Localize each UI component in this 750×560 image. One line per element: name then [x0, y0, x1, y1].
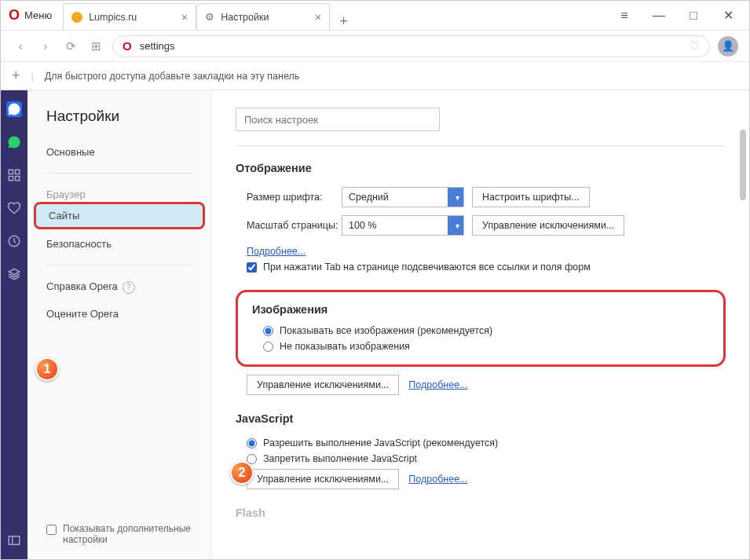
maximize-icon[interactable]: □: [677, 4, 710, 27]
tab-highlight-checkbox-row[interactable]: При нажатии Tab на странице подсвечивают…: [236, 262, 726, 273]
section-display-title: Отображение: [236, 162, 726, 174]
annotation-badge-1: 1: [35, 357, 59, 381]
sidebar-item-rate[interactable]: Оцените Opera: [27, 301, 211, 327]
url-text: settings: [140, 40, 175, 52]
whatsapp-icon[interactable]: [6, 134, 22, 150]
titlebar: O Меню Lumpics.ru × ⚙ Настройки × + ≡ — …: [1, 1, 749, 31]
scrollbar-thumb[interactable]: [740, 130, 746, 200]
sidebar-item-browser[interactable]: Браузер: [27, 181, 211, 200]
js-block-radio-row[interactable]: Запретить выполнение JavaScript: [236, 453, 726, 464]
close-tab-icon[interactable]: ×: [181, 10, 188, 24]
advanced-checkbox-input[interactable]: [46, 525, 57, 535]
minimize-icon[interactable]: —: [642, 4, 675, 27]
messenger-icon[interactable]: [6, 101, 22, 117]
add-bookmark-button[interactable]: +: [12, 68, 20, 84]
sidebar-toggle-icon[interactable]: [6, 533, 22, 548]
tab-strip: Lumpics.ru × ⚙ Настройки × +: [63, 1, 608, 30]
bookmark-heart-icon[interactable]: ♡: [689, 38, 700, 53]
svg-rect-0: [9, 170, 13, 174]
images-show-label: Показывать все изображения (рекомендуетс…: [280, 325, 492, 336]
content-scrollbar[interactable]: [740, 90, 746, 559]
images-more-link[interactable]: Подробнее...: [408, 379, 467, 390]
favicon-icon: [71, 12, 82, 23]
address-input[interactable]: O settings ♡: [112, 35, 710, 57]
svg-rect-2: [9, 177, 13, 181]
opera-icon: O: [123, 39, 132, 53]
tab-settings[interactable]: ⚙ Настройки ×: [196, 3, 330, 30]
gear-icon: ⚙: [205, 11, 214, 23]
extensions-icon[interactable]: [6, 266, 22, 282]
close-tab-icon[interactable]: ×: [314, 10, 321, 24]
images-actions-row: Управление исключениями... Подробнее...: [236, 375, 726, 395]
close-window-icon[interactable]: ✕: [712, 4, 745, 27]
profile-avatar[interactable]: 👤: [718, 36, 738, 57]
images-hide-radio-row[interactable]: Не показывать изображения: [252, 341, 709, 352]
speed-dial-icon[interactable]: [6, 167, 22, 183]
tab-title: Настройки: [221, 12, 269, 23]
annotation-badge-2: 2: [230, 461, 254, 485]
bookmarks-hint: Для быстрого доступа добавьте закладки н…: [45, 71, 300, 82]
images-show-radio-row[interactable]: Показывать все изображения (рекомендуетс…: [252, 325, 709, 336]
menu-button[interactable]: O Меню: [1, 1, 63, 30]
svg-rect-5: [9, 536, 20, 545]
font-size-row: Размер шрифта: Средний ▾ Настроить шрифт…: [236, 187, 726, 207]
separator: [46, 265, 192, 265]
display-more-link[interactable]: Подробнее...: [247, 246, 305, 257]
font-size-value: Средний: [349, 192, 389, 203]
back-button[interactable]: ‹: [12, 39, 29, 53]
svg-rect-3: [16, 177, 20, 181]
window-menu-icon[interactable]: ≡: [608, 4, 641, 27]
js-more-link[interactable]: Подробнее...: [408, 474, 467, 485]
chevron-down-icon: ▾: [455, 221, 459, 230]
chevron-down-icon: ▾: [455, 193, 459, 202]
settings-title: Настройки: [27, 108, 211, 139]
js-allow-radio-row[interactable]: Разрешить выполнение JavaScript (рекомен…: [236, 437, 726, 448]
new-tab-button[interactable]: +: [330, 13, 357, 30]
separator: |: [31, 71, 34, 82]
advanced-settings-checkbox[interactable]: Показывать дополнительные настройки: [46, 523, 211, 545]
menu-label: Меню: [24, 9, 52, 21]
advanced-label: Показывать дополнительные настройки: [63, 523, 211, 545]
js-exceptions-button[interactable]: Управление исключениями...: [247, 469, 399, 489]
main-body: Настройки Основные Браузер Сайты Безопас…: [1, 90, 749, 559]
forward-button[interactable]: ›: [37, 39, 54, 53]
history-icon[interactable]: [6, 233, 22, 249]
speed-dial-button[interactable]: ⊞: [87, 39, 104, 53]
tab-highlight-checkbox[interactable]: [247, 262, 257, 273]
window-controls: ≡ — □ ✕: [608, 4, 749, 27]
images-hide-radio[interactable]: [263, 342, 273, 352]
sidebar-item-help[interactable]: Справка Opera: [27, 273, 211, 301]
sidebar-item-sites[interactable]: Сайты: [34, 202, 205, 229]
address-bar-row: ‹ › ⟳ ⊞ O settings ♡ 👤: [1, 31, 749, 62]
zoom-exceptions-button[interactable]: Управление исключениями...: [472, 215, 624, 236]
bookmarks-bar: + | Для быстрого доступа добавьте заклад…: [1, 62, 749, 90]
images-section-highlighted: Изображения Показывать все изображения (…: [236, 290, 726, 367]
js-actions-row: Управление исключениями... Подробнее...: [236, 469, 726, 489]
reload-button[interactable]: ⟳: [62, 39, 79, 53]
settings-search-input[interactable]: [236, 108, 440, 131]
font-size-select[interactable]: Средний ▾: [342, 187, 464, 207]
sidebar-item-basic[interactable]: Основные: [27, 139, 211, 165]
svg-rect-1: [16, 170, 20, 174]
js-block-label: Запретить выполнение JavaScript: [263, 453, 417, 464]
section-javascript-title: JavaScript: [236, 412, 726, 425]
heart-icon[interactable]: [6, 200, 22, 216]
opera-logo-icon: O: [9, 7, 20, 24]
js-allow-radio[interactable]: [247, 438, 257, 448]
images-exceptions-button[interactable]: Управление исключениями...: [247, 375, 399, 395]
zoom-label: Масштаб страницы:: [236, 220, 342, 231]
customize-fonts-button[interactable]: Настроить шрифты...: [472, 187, 590, 207]
settings-sidebar: Настройки Основные Браузер Сайты Безопас…: [27, 90, 212, 559]
section-flash-title: Flash: [236, 507, 726, 519]
zoom-value: 100 %: [349, 220, 376, 231]
sidebar-item-security[interactable]: Безопасность: [27, 231, 211, 257]
settings-content: Отображение Размер шрифта: Средний ▾ Нас…: [212, 90, 749, 559]
tab-lumpics[interactable]: Lumpics.ru ×: [63, 3, 196, 30]
images-show-radio[interactable]: [263, 326, 273, 336]
images-hide-label: Не показывать изображения: [280, 341, 410, 352]
js-allow-label: Разрешить выполнение JavaScript (рекомен…: [263, 437, 498, 448]
divider: [236, 145, 726, 146]
section-images-title: Изображения: [252, 303, 709, 316]
separator: [46, 173, 192, 174]
zoom-select[interactable]: 100 % ▾: [342, 215, 464, 236]
